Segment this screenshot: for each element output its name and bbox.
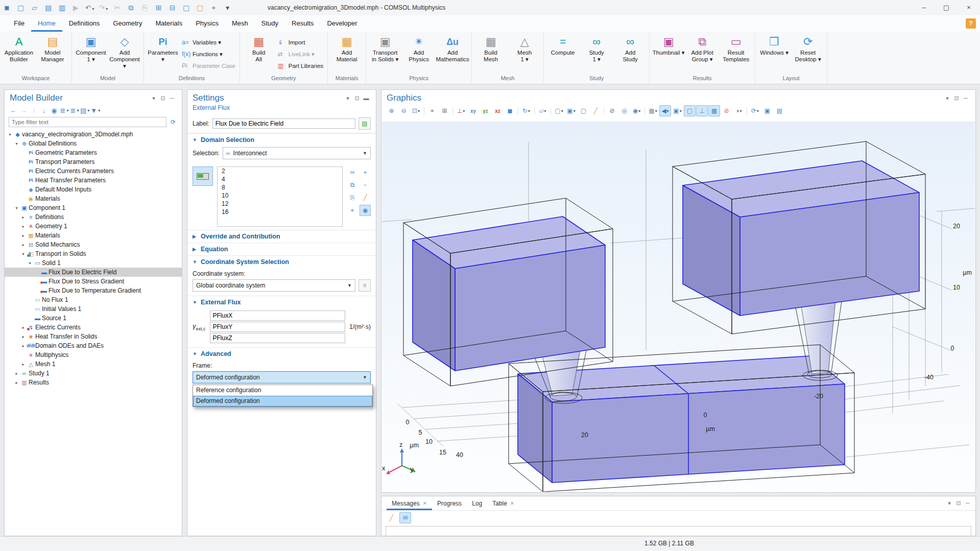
part-libraries-button[interactable]: ▥Part Libraries: [278, 61, 323, 71]
section-domain-selection[interactable]: ▼ Domain Selection: [187, 133, 376, 146]
model-manager-button[interactable]: ▤Model Manager: [36, 33, 69, 75]
move-up[interactable]: ↑: [29, 105, 38, 115]
tree-filter-input[interactable]: [9, 117, 166, 127]
refresh-icon[interactable]: ⟳: [169, 117, 178, 127]
run[interactable]: ▶: [69, 1, 83, 14]
selection-dropdown[interactable]: ∞ Interconnect ▼: [223, 147, 371, 159]
domain-list-item[interactable]: 4: [218, 175, 342, 183]
tree-item-mesh-1[interactable]: ▸△Mesh 1: [5, 360, 182, 369]
redo[interactable]: ↷▾: [97, 1, 110, 14]
menu-tab-mesh[interactable]: Mesh: [225, 15, 255, 32]
section-advanced[interactable]: ▼ Advanced: [187, 347, 376, 360]
thumbnail-button[interactable]: ▣Thumbnail ▾: [652, 33, 685, 75]
view-yz[interactable]: yz: [480, 105, 491, 116]
section-equation[interactable]: ▶ Equation: [187, 243, 376, 255]
study-1-button[interactable]: ∞Study 1 ▾: [580, 33, 613, 75]
frame-dropdown[interactable]: Deformed configuration ▼: [193, 371, 371, 384]
tree-item-geometry-1[interactable]: ▸AGeometry 1: [5, 222, 182, 231]
label-input[interactable]: [212, 118, 355, 129]
tree-item-study-1[interactable]: ▸∞Study 1: [5, 369, 182, 378]
cut[interactable]: ✂: [110, 1, 124, 14]
collapse-panel-icon[interactable]: ─: [961, 95, 970, 102]
build-all-button[interactable]: ▦Build All: [243, 33, 275, 75]
hide-objects[interactable]: ⊘: [606, 105, 618, 116]
tab-progress[interactable]: Progress: [432, 496, 467, 510]
color-off[interactable]: ⊘: [721, 105, 732, 116]
tree-item-heat-transfer-parameters[interactable]: PiHeat Transfer Parameters: [5, 176, 182, 185]
float-panel-icon[interactable]: ⊡: [952, 95, 961, 102]
tab-table[interactable]: Table✕: [487, 496, 519, 510]
functions-button[interactable]: f(x)Functions ▾: [182, 49, 235, 59]
panel-menu-icon[interactable]: ▾: [943, 95, 952, 102]
show-selection-icon[interactable]: ◉: [360, 205, 371, 216]
tab-log[interactable]: Log: [467, 496, 487, 510]
axis-views[interactable]: ⊥▾: [455, 105, 467, 116]
build-mesh-button[interactable]: ▦Build Mesh: [474, 33, 507, 75]
float-panel-icon[interactable]: ⊡: [954, 500, 963, 507]
menu-tab-definitions[interactable]: Definitions: [62, 15, 107, 32]
external-flux-input-y[interactable]: [210, 322, 345, 332]
pin-panel-icon[interactable]: ▬: [362, 95, 371, 102]
wireframe-rendering[interactable]: ▦▾: [647, 105, 659, 116]
copy-selection-icon[interactable]: ⧉: [347, 179, 358, 190]
result-templates-button[interactable]: ▭Result Templates: [720, 33, 752, 75]
expander-icon[interactable]: ▾: [13, 206, 20, 210]
add-plot-group-button[interactable]: ⧉Add Plot Group ▾: [686, 33, 719, 75]
animation-camera[interactable]: ◼: [504, 105, 516, 116]
active-toggle-button[interactable]: [193, 166, 213, 186]
panel-menu-icon[interactable]: ▾: [149, 95, 158, 102]
tree-item-materials[interactable]: ▸▦Materials: [5, 231, 182, 240]
float-panel-icon[interactable]: ⊡: [352, 95, 362, 102]
go-to-source-icon[interactable]: ≡: [358, 279, 371, 292]
panel-menu-icon[interactable]: ▾: [945, 500, 954, 507]
compute-button[interactable]: =Compute: [546, 33, 579, 75]
expander-icon[interactable]: ▾: [27, 261, 33, 266]
livelink-button[interactable]: ⇄LiveLink ▾: [278, 49, 323, 59]
tree-item-solid-1[interactable]: ▾▭Solid 1: [5, 258, 182, 268]
mesh-1-button[interactable]: △Mesh 1 ▾: [508, 33, 541, 75]
tree-item-solid-mechanics[interactable]: ▸⊟Solid Mechanics: [5, 240, 182, 249]
menu-tab-study[interactable]: Study: [255, 15, 285, 32]
rotate-view[interactable]: ↻▾: [520, 105, 532, 116]
tree-item-domain-odes-and-daes[interactable]: ▸d/dtDomain ODEs and DAEs: [5, 341, 182, 350]
go-to-default-view[interactable]: ⌖: [426, 105, 438, 116]
expander-icon[interactable]: ▸: [20, 325, 27, 330]
customize-toolbar[interactable]: ▾: [221, 1, 234, 14]
close-button[interactable]: ×: [958, 0, 980, 15]
add-physics-button[interactable]: ✴Add Physics: [402, 33, 435, 75]
zoom-box[interactable]: ⊡▾: [410, 105, 422, 116]
scene-light[interactable]: ▣▾: [672, 105, 683, 116]
domain-list-item[interactable]: 8: [218, 183, 342, 191]
save[interactable]: ▤: [41, 1, 55, 14]
multi-select-mode[interactable]: ▣▾: [565, 105, 577, 116]
add-to-selection-icon[interactable]: ＋: [360, 166, 371, 178]
create-selection-icon[interactable]: ∞: [347, 166, 358, 178]
view-xz[interactable]: xz: [492, 105, 504, 116]
zoom-to-selection-icon[interactable]: ⌖: [347, 205, 358, 216]
parameter-case-button[interactable]: PiParameter Case: [182, 61, 235, 71]
maximize-button[interactable]: ▢: [935, 0, 958, 15]
copy[interactable]: ⧉: [124, 1, 138, 14]
component-1-button[interactable]: ▣Component 1 ▾: [75, 33, 107, 75]
tree-item-global-definitions[interactable]: ▾⊕Global Definitions: [5, 139, 182, 148]
add-study-button[interactable]: ∞Add Study: [614, 33, 647, 75]
color-palette[interactable]: ◑▾: [733, 105, 745, 116]
tree-item-flux-due-to-electric-field[interactable]: ▬Flux Due to Electric Field: [5, 268, 182, 277]
tree-item-multiphysics[interactable]: ∗Multiphysics: [5, 350, 182, 360]
close-icon[interactable]: ✕: [510, 500, 514, 506]
domain-list-item[interactable]: 12: [218, 200, 342, 208]
select-mode[interactable]: ▢▾: [553, 105, 565, 116]
select-box[interactable]: ▢: [179, 1, 193, 14]
domain-list[interactable]: 248101216: [217, 166, 343, 227]
open-file[interactable]: ▱: [28, 1, 41, 14]
expander-icon[interactable]: ▸: [20, 334, 27, 339]
find[interactable]: ⌖: [207, 1, 221, 14]
deselect-box[interactable]: ▢: [193, 1, 207, 14]
tree-item-initial-values-1[interactable]: ▭Initial Values 1: [5, 304, 182, 314]
remove-from-selection-icon[interactable]: －: [360, 179, 371, 190]
parameters-button[interactable]: PiParameters ▾: [147, 33, 179, 75]
frame-option-reference-configuration[interactable]: Reference configuration: [193, 385, 372, 396]
tab-messages[interactable]: Messages✕: [387, 496, 432, 510]
collapse-panel-icon[interactable]: ─: [963, 500, 972, 507]
expander-icon[interactable]: ▸: [13, 380, 20, 385]
